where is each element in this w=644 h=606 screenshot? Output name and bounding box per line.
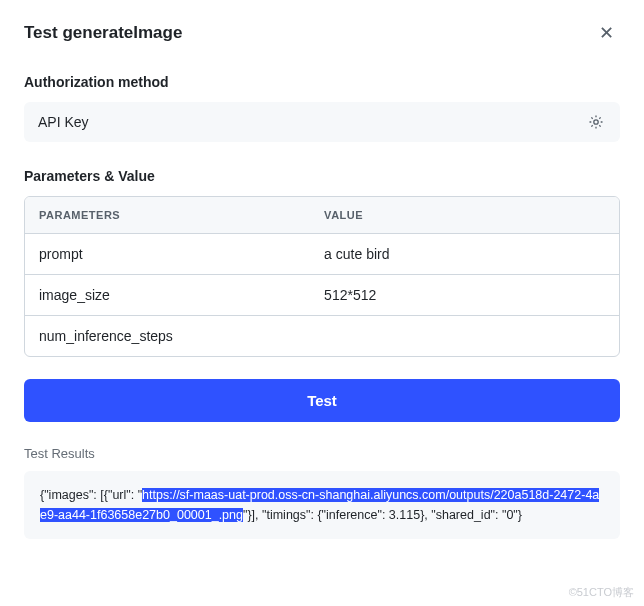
auth-method-value: API Key	[38, 114, 89, 130]
table-row: image_size 512*512	[25, 275, 619, 316]
auth-label: Authorization method	[24, 74, 620, 90]
param-name: image_size	[25, 275, 310, 315]
gear-icon	[588, 114, 604, 130]
svg-point-0	[594, 120, 598, 124]
watermark: ©51CTO博客	[569, 585, 634, 600]
dialog-header: Test generateImage ✕	[24, 20, 620, 46]
auth-method-row: API Key	[24, 102, 620, 142]
param-name: num_inference_steps	[25, 316, 310, 356]
results-text-pre: {"images": [{"url": "	[40, 488, 142, 502]
auth-settings-button[interactable]	[586, 112, 606, 132]
close-button[interactable]: ✕	[593, 20, 620, 46]
params-col-value: VALUE	[310, 197, 619, 233]
results-output[interactable]: {"images": [{"url": "https://sf-maas-uat…	[24, 471, 620, 539]
param-value[interactable]: a cute bird	[310, 234, 619, 274]
table-row: prompt a cute bird	[25, 234, 619, 275]
results-text-post: "}], "timings": {"inference": 3.115}, "s…	[243, 508, 522, 522]
close-icon: ✕	[599, 23, 614, 43]
param-value[interactable]	[310, 316, 619, 356]
params-table: PARAMETERS VALUE prompt a cute bird imag…	[24, 196, 620, 357]
param-name: prompt	[25, 234, 310, 274]
param-value[interactable]: 512*512	[310, 275, 619, 315]
table-row: num_inference_steps	[25, 316, 619, 356]
params-header-row: PARAMETERS VALUE	[25, 197, 619, 234]
params-col-name: PARAMETERS	[25, 197, 310, 233]
results-label: Test Results	[24, 446, 620, 461]
params-label: Parameters & Value	[24, 168, 620, 184]
test-button[interactable]: Test	[24, 379, 620, 422]
dialog-title: Test generateImage	[24, 23, 182, 43]
